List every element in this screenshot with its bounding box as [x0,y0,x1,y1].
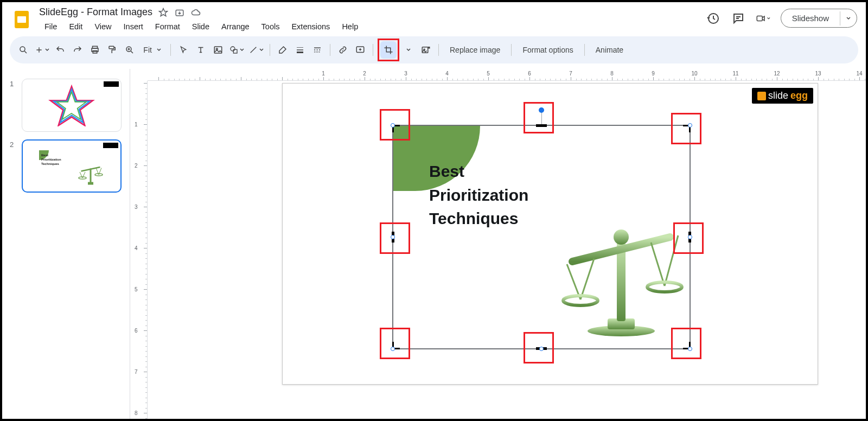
menu-format[interactable]: Format [150,20,186,33]
thumb-num: 1 [10,79,17,132]
menu-tools[interactable]: Tools [256,20,285,33]
menu-insert[interactable]: Insert [118,20,149,33]
menu-help[interactable]: Help [336,20,363,33]
mini-star-icon [47,84,96,126]
crop-highlight [378,39,399,61]
thumb-num: 2 [10,139,17,193]
thumb-row-2: 2 BestPrioritizationTechniques [10,139,122,193]
separator [270,44,270,56]
search-menus-icon[interactable] [15,41,31,59]
toolbar: Fit Replace image Format options [10,36,858,63]
border-weight-icon[interactable] [292,41,308,59]
title-right: Slideshow [706,7,857,28]
slideshow-main[interactable]: Slideshow [781,9,840,27]
separator [584,44,585,56]
reset-image-icon[interactable] [418,41,434,59]
doc-title[interactable]: SlideEgg - Format Images [39,7,152,18]
red-annot-tr [671,113,701,144]
title-center: SlideEgg - Format Images File Edit View … [39,7,699,33]
red-annot-right [673,222,704,254]
svg-rect-22 [90,169,92,183]
logo-square-icon [757,92,766,100]
red-annot-top [524,102,554,133]
mini-scales-icon [77,164,104,186]
slide-thumb-2[interactable]: BestPrioritizationTechniques [22,139,122,193]
svg-point-29 [563,296,598,305]
move-icon[interactable] [174,7,185,18]
textbox-icon[interactable] [193,41,209,59]
menu-edit[interactable]: Edit [63,20,88,33]
menu-bar: File Edit View Insert Format Slide Arran… [39,20,699,33]
animate-button[interactable]: Animate [589,41,630,59]
zoom-select[interactable]: Fit [139,41,166,59]
splitter[interactable] [128,69,132,419]
zoom-icon[interactable] [122,41,138,59]
line-icon[interactable] [247,41,265,59]
paint-format-icon[interactable] [104,41,120,59]
mini-logo [104,81,119,87]
menu-arrange[interactable]: Arrange [216,20,255,33]
slide-viewport[interactable]: slideegg Best Prioritization Techniques [148,81,866,419]
comment-icon[interactable] [352,41,368,59]
svg-rect-11 [214,47,222,53]
chat-icon[interactable] [731,11,746,26]
cloud-icon[interactable] [190,7,201,18]
logo-text-egg: egg [790,90,808,101]
menu-view[interactable]: View [89,20,117,33]
logo-text-slide: slide [768,90,788,101]
red-annot-left [380,222,410,254]
red-annot-bl [380,328,410,359]
toolbar-wrap: Fit Replace image Format options [2,33,866,69]
svg-rect-4 [757,16,762,21]
format-options-button[interactable]: Format options [516,41,579,59]
slides-logo[interactable] [11,7,33,33]
red-annot-tl [380,109,410,141]
border-dash-icon[interactable] [309,41,326,59]
redo-icon[interactable] [69,41,86,59]
svg-marker-2 [159,8,168,16]
shape-icon[interactable] [227,41,246,59]
separator [511,44,512,56]
replace-image-button[interactable]: Replace image [443,41,507,59]
mini-text: BestPrioritizationTechniques [41,154,61,166]
titlebar: SlideEgg - Format Images File Edit View … [2,2,866,33]
slideshow-button: Slideshow [781,9,857,28]
mask-dropdown-icon[interactable] [400,41,417,59]
menu-slide[interactable]: Slide [187,20,215,33]
star-icon[interactable] [158,7,169,18]
red-annot-br [671,328,701,359]
slide-canvas[interactable]: slideegg Best Prioritization Techniques [282,83,818,385]
canvas-area: 1234567891011121314 12345678 slideegg [132,69,866,419]
app: SlideEgg - Format Images File Edit View … [2,2,866,419]
ruler-horizontal[interactable]: 1234567891011121314 [148,69,866,81]
print-icon[interactable] [87,41,103,59]
separator [170,44,171,56]
heading-line-3: Techniques [429,207,528,231]
crop-selection[interactable]: Best Prioritization Techniques [392,125,691,349]
slide-heading: Best Prioritization Techniques [429,160,528,231]
image-icon[interactable] [210,41,226,59]
main: 1 2 BestPrioritizationTechniques [2,69,866,419]
svg-point-13 [231,47,235,51]
new-slide-button[interactable] [33,41,51,59]
separator [373,44,373,56]
undo-icon[interactable] [52,41,68,59]
crop-icon[interactable] [380,41,397,59]
menu-file[interactable]: File [39,20,62,33]
menu-extensions[interactable]: Extensions [286,20,335,33]
svg-point-30 [647,282,682,292]
scales-icon [556,213,686,337]
ruler-vertical[interactable]: 12345678 [132,81,148,419]
history-icon[interactable] [706,11,721,26]
select-icon[interactable] [175,41,192,59]
slideshow-dropdown[interactable] [840,11,857,25]
slide-thumb-1[interactable] [22,79,122,132]
meet-icon[interactable] [756,11,771,26]
separator [330,44,330,56]
svg-rect-1 [17,16,26,23]
border-color-icon[interactable] [275,41,291,59]
link-icon[interactable] [335,41,351,59]
red-annot-bottom [524,332,554,363]
svg-point-5 [20,47,25,52]
thumbnail-panel[interactable]: 1 2 BestPrioritizationTechniques [2,69,128,419]
